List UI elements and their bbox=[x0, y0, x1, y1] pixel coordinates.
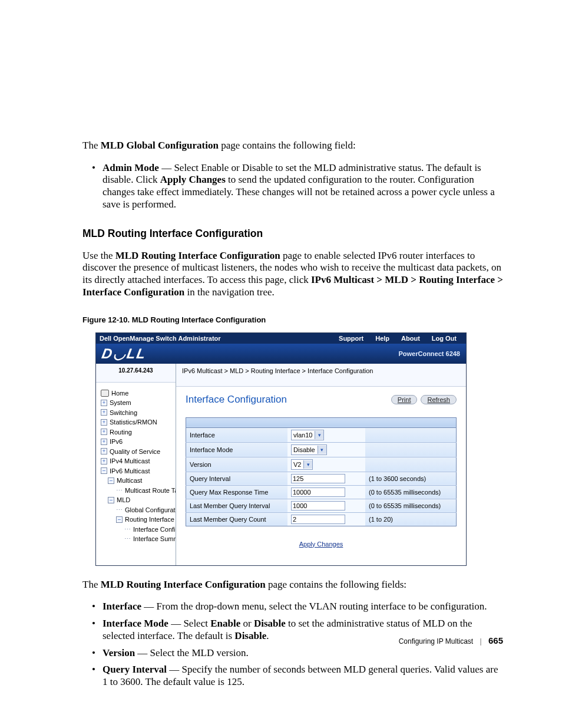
tree-ipv4-multicast[interactable]: +IPv4 Multicast bbox=[100, 456, 176, 466]
row-interface: Interface vlan10▾ bbox=[186, 427, 457, 442]
footer-section: Configuring IP Multicast bbox=[399, 637, 474, 645]
bullet-icon: • bbox=[92, 647, 103, 660]
tree-interface-config[interactable]: ⋯Interface Configur bbox=[100, 525, 176, 535]
bullet-version: • Version — Select the MLD version. bbox=[92, 647, 503, 660]
tree-ipv6-multicast[interactable]: –IPv6 Multicast bbox=[100, 466, 176, 476]
collapse-icon: – bbox=[108, 497, 114, 503]
support-link[interactable]: Support bbox=[333, 335, 369, 342]
collapse-icon: – bbox=[108, 477, 114, 484]
bullet-query-interval: • Query Interval — Specify the number of… bbox=[92, 664, 503, 688]
bullet-interface: • Interface — From the drop-down menu, s… bbox=[92, 601, 503, 613]
breadcrumb: IPv6 Multicast > MLD > Routing Interface… bbox=[176, 364, 466, 387]
expand-icon: + bbox=[101, 448, 107, 454]
expand-icon: + bbox=[101, 439, 107, 445]
leaf-icon: ⋯ bbox=[124, 534, 131, 544]
refresh-button[interactable]: Refresh bbox=[421, 395, 457, 404]
chevron-down-icon: ▾ bbox=[315, 431, 323, 439]
nav-tree: Home +System +Switching +Statistics/RMON… bbox=[96, 383, 176, 544]
leaf-icon: ⋯ bbox=[124, 525, 131, 535]
leaf-icon: ⋯ bbox=[116, 486, 123, 496]
window-title: Dell OpenManage Switch Administrator bbox=[100, 335, 333, 342]
embedded-screenshot: Dell OpenManage Switch Administrator Sup… bbox=[95, 332, 467, 566]
tree-qos[interactable]: +Quality of Service bbox=[100, 447, 176, 457]
help-link[interactable]: Help bbox=[369, 335, 395, 342]
chevron-down-icon: ▾ bbox=[318, 446, 326, 454]
tree-routing-interface[interactable]: –Routing Interface bbox=[100, 515, 176, 525]
page-number: 665 bbox=[488, 635, 503, 645]
collapse-icon: – bbox=[101, 467, 107, 474]
interface-mode-select[interactable]: Disable▾ bbox=[291, 444, 327, 455]
tree-switching[interactable]: +Switching bbox=[100, 408, 176, 418]
leaf-icon: ⋯ bbox=[116, 505, 123, 515]
config-form: Interface vlan10▾ Interface Mode Disable… bbox=[186, 417, 457, 526]
fields-intro: The MLD Routing Interface Configuration … bbox=[82, 579, 503, 591]
collapse-icon: – bbox=[116, 516, 123, 523]
bullet-icon: • bbox=[92, 162, 103, 211]
tree-mld[interactable]: –MLD bbox=[100, 495, 176, 505]
tree-ipv6[interactable]: +IPv6 bbox=[100, 437, 176, 447]
expand-icon: + bbox=[101, 400, 107, 406]
expand-icon: + bbox=[101, 419, 107, 426]
page-title: Interface Configuration bbox=[186, 394, 388, 406]
tree-statistics[interactable]: +Statistics/RMON bbox=[100, 417, 176, 427]
expand-icon: + bbox=[101, 409, 107, 416]
interface-select[interactable]: vlan10▾ bbox=[291, 430, 324, 440]
bullet-admin-mode: • Admin Mode — Select Enable or Disable … bbox=[92, 162, 503, 211]
bullet-icon: • bbox=[92, 601, 103, 613]
device-ip: 10.27.64.243 bbox=[96, 364, 176, 383]
intro-paragraph: The MLD Global Configuration page contai… bbox=[82, 140, 503, 152]
dell-logo: D◡LL bbox=[101, 345, 148, 362]
row-version: Version V2▾ bbox=[186, 457, 457, 472]
last-member-query-interval-input[interactable] bbox=[291, 501, 345, 510]
tree-routing[interactable]: +Routing bbox=[100, 427, 176, 437]
page-footer: Configuring IP Multicast | 665 bbox=[399, 635, 503, 645]
row-query-interval: Query Interval (1 to 3600 seconds) bbox=[186, 472, 457, 485]
logout-link[interactable]: Log Out bbox=[426, 335, 462, 342]
row-interface-mode: Interface Mode Disable▾ bbox=[186, 442, 457, 457]
bullet-icon: • bbox=[92, 664, 103, 688]
table-header-spacer bbox=[186, 417, 457, 427]
chevron-down-icon: ▾ bbox=[303, 460, 312, 469]
tree-interface-summary[interactable]: ⋯Interface Summa bbox=[100, 534, 176, 544]
tree-multicast[interactable]: –Multicast bbox=[100, 476, 176, 486]
row-last-member-query-interval: Last Member Query Interval (0 to 65535 m… bbox=[186, 499, 457, 512]
figure-caption: Figure 12-10. MLD Routing Interface Conf… bbox=[82, 315, 503, 324]
query-max-response-input[interactable] bbox=[291, 487, 345, 497]
bullet-icon: • bbox=[92, 618, 103, 642]
model-label: PowerConnect 6248 bbox=[398, 350, 460, 357]
expand-icon: + bbox=[101, 458, 107, 465]
row-query-max-response: Query Max Response Time (0 to 65535 mill… bbox=[186, 485, 457, 499]
apply-changes-link[interactable]: Apply Changes bbox=[299, 541, 343, 548]
query-interval-input[interactable] bbox=[291, 474, 345, 483]
version-select[interactable]: V2▾ bbox=[291, 459, 313, 470]
section-description: Use the MLD Routing Interface Configurat… bbox=[82, 250, 503, 299]
home-icon bbox=[101, 390, 109, 397]
section-heading: MLD Routing Interface Configuration bbox=[82, 228, 503, 240]
last-member-query-count-input[interactable] bbox=[291, 515, 345, 524]
tree-home[interactable]: Home bbox=[100, 388, 176, 398]
footer-separator: | bbox=[480, 637, 482, 645]
about-link[interactable]: About bbox=[395, 335, 426, 342]
tree-global-config[interactable]: ⋯Global Configuration bbox=[100, 505, 176, 515]
row-last-member-query-count: Last Member Query Count (1 to 20) bbox=[186, 512, 457, 526]
tree-multicast-route-table[interactable]: ⋯Multicast Route Tab bbox=[100, 486, 176, 496]
expand-icon: + bbox=[101, 429, 107, 435]
print-button[interactable]: Print bbox=[391, 395, 418, 404]
tree-system[interactable]: +System bbox=[100, 398, 176, 408]
